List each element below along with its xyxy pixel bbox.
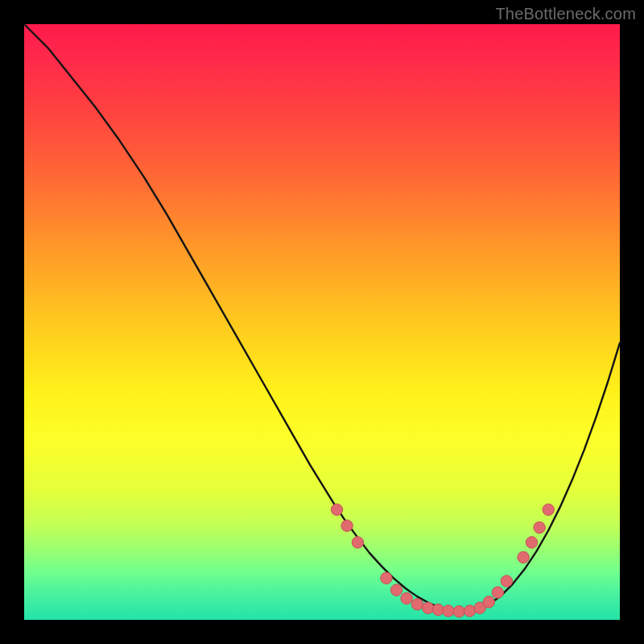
- curve-marker: [501, 576, 512, 587]
- plot-area: [24, 24, 620, 620]
- curve-marker: [331, 504, 342, 515]
- curve-marker: [543, 504, 554, 515]
- marker-group: [331, 504, 554, 617]
- curve-marker: [492, 587, 503, 598]
- curve-marker: [443, 605, 454, 617]
- curve-marker: [341, 520, 353, 531]
- curve-marker: [453, 605, 464, 617]
- curve-marker: [352, 537, 363, 548]
- watermark-text: TheBottleneck.com: [495, 5, 636, 23]
- curve-marker: [401, 592, 412, 604]
- curve-marker: [534, 522, 545, 533]
- chart-stage: TheBottleneck.com: [0, 0, 644, 644]
- curve-marker: [390, 584, 402, 596]
- chart-svg: [24, 24, 620, 620]
- curve-marker: [411, 599, 423, 610]
- curve-marker: [518, 551, 529, 563]
- bottleneck-curve: [24, 24, 620, 612]
- curve-marker: [381, 572, 392, 584]
- curve-marker: [526, 537, 537, 548]
- curve-marker: [423, 602, 434, 613]
- curve-marker: [483, 597, 494, 608]
